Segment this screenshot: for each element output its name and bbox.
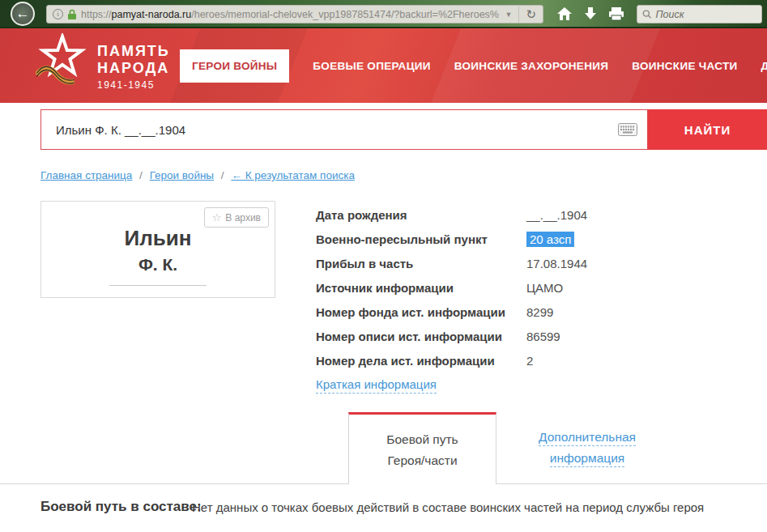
add-to-archive-button[interactable]: ☆ В архив — [204, 207, 269, 228]
page-info-icon[interactable]: i — [53, 9, 63, 19]
search-icon — [642, 9, 651, 19]
tab-label-line1: Боевой путь — [349, 429, 496, 450]
site-header: ПАМЯТЬ НАРОДА 1941-1945 ГЕРОИ ВОЙНЫ БОЕВ… — [0, 28, 767, 103]
logo-title-line2: НАРОДА — [97, 60, 170, 77]
battle-path-heading: Боевой путь в составе: — [40, 499, 202, 515]
address-bar[interactable]: i https://pamyat-naroda.ru/heroes/memori… — [46, 5, 543, 23]
field-label: Номер описи ист. информации — [316, 330, 526, 343]
field-row-fond-number: Номер фонда ист. информации 8299 — [316, 300, 753, 324]
tab-additional-info[interactable]: Дополнительная информация — [522, 427, 652, 469]
star-icon: ☆ — [212, 211, 222, 223]
short-info-link[interactable]: Краткая информация — [316, 377, 437, 394]
tab-label-line1: Дополнительная — [539, 430, 636, 446]
hero-card: ☆ В архив Ильин Ф. К. — [40, 201, 275, 298]
print-icon[interactable] — [607, 6, 625, 22]
hero-surname: Ильин — [41, 226, 275, 251]
find-button[interactable]: НАЙТИ — [648, 109, 767, 150]
field-label: Военно-пересыльный пункт — [316, 232, 526, 246]
back-arrow-icon: ← — [16, 6, 30, 22]
tab-label-line2: информация — [550, 451, 624, 467]
browser-search-input[interactable] — [655, 9, 756, 20]
logo-years: 1941-1945 — [97, 79, 170, 91]
field-value: 86599 — [526, 330, 560, 343]
site-logo[interactable]: ПАМЯТЬ НАРОДА 1941-1945 — [36, 33, 170, 93]
url-path: /heroes/memorial-chelovek_vpp1987851474/… — [191, 9, 498, 20]
url-dropdown-icon[interactable]: ▼ — [503, 11, 515, 19]
hero-details: Дата рождения __.__.1904 Военно-пересыль… — [316, 202, 753, 372]
field-row-opis-number: Номер описи ист. информации 86599 — [316, 324, 753, 348]
battle-path-no-data-message: Нет данных о точках боевых действий в со… — [192, 500, 704, 514]
field-value: 8299 — [526, 305, 553, 319]
tab-label-line2: Героя/части — [349, 450, 496, 471]
field-value: 17.08.1944 — [526, 257, 587, 270]
keyboard-icon[interactable] — [618, 123, 637, 136]
nav-item-units[interactable]: ВОИНСКИЕ ЧАСТИ — [632, 60, 737, 72]
divider — [109, 285, 207, 286]
field-value-selected: 20 азсп — [526, 232, 574, 247]
field-value: __.__.1904 — [526, 208, 587, 222]
breadcrumb-heroes[interactable]: Герои войны — [150, 169, 214, 181]
breadcrumb-separator: / — [217, 169, 228, 181]
main-navigation: ГЕРОИ ВОЙНЫ БОЕВЫЕ ОПЕРАЦИИ ВОИНСКИЕ ЗАХ… — [180, 28, 767, 103]
field-value: ЦАМО — [526, 281, 563, 295]
breadcrumb-home[interactable]: Главная страница — [40, 169, 132, 181]
back-button[interactable]: ← — [11, 2, 35, 26]
hero-search-input[interactable] — [41, 110, 618, 149]
hero-search-bar — [40, 109, 648, 150]
field-row-transit-point: Военно-пересыльный пункт 20 азсп — [316, 227, 753, 251]
field-row-birth-date: Дата рождения __.__.1904 — [316, 202, 753, 227]
logo-title-line1: ПАМЯТЬ — [97, 43, 170, 60]
tab-battle-path[interactable]: Боевой путь Героя/части — [348, 412, 496, 484]
field-label: Дата рождения — [316, 208, 526, 222]
field-label: Прибыл в часть — [316, 257, 526, 270]
field-row-source: Источник информации ЦАМО — [316, 275, 753, 300]
nav-item-burials[interactable]: ВОИНСКИЕ ЗАХОРОНЕНИЯ — [454, 60, 608, 72]
field-label: Номер дела ист. информации — [316, 354, 526, 368]
field-row-delo-number: Номер дела ист. информации 2 — [316, 348, 753, 372]
url-domain: pamyat-naroda.ru — [112, 9, 192, 20]
field-label: Номер фонда ист. информации — [316, 305, 526, 319]
url-text: https://pamyat-naroda.ru/heroes/memorial… — [81, 9, 499, 20]
field-value: 2 — [526, 354, 533, 368]
https-lock-icon — [67, 9, 77, 20]
logo-text: ПАМЯТЬ НАРОДА 1941-1945 — [97, 33, 170, 93]
archive-button-label: В архив — [225, 212, 261, 223]
breadcrumb-back-to-results[interactable]: ← К результатам поиска — [231, 169, 355, 181]
download-icon[interactable] — [582, 6, 599, 22]
nav-item-operations[interactable]: БОЕВЫЕ ОПЕРАЦИИ — [313, 60, 430, 72]
nav-item-documents[interactable]: ДОКУМЕНТЫ ЧАСТЕЙ — [761, 60, 767, 72]
browser-toolbar: ← i https://pamyat-naroda.ru/heroes/memo… — [0, 0, 767, 28]
breadcrumb-separator: / — [135, 169, 147, 181]
field-label: Источник информации — [316, 281, 526, 295]
nav-item-heroes[interactable]: ГЕРОИ ВОЙНЫ — [180, 49, 289, 83]
star-ribbon-icon — [36, 33, 89, 93]
breadcrumb: Главная страница / Герои войны / ← К рез… — [40, 169, 355, 181]
browser-search-box[interactable] — [637, 5, 762, 23]
refresh-icon[interactable]: ↻ — [518, 6, 539, 23]
hero-initials: Ф. К. — [41, 255, 275, 275]
url-protocol: https:// — [81, 9, 112, 20]
home-icon[interactable] — [556, 6, 573, 22]
field-row-arrived: Прибыл в часть 17.08.1944 — [316, 251, 753, 275]
